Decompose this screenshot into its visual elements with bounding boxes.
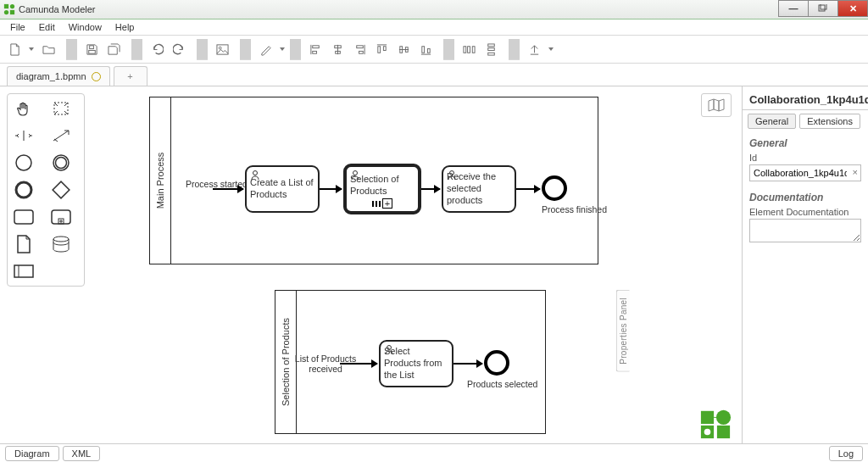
- separator: [131, 39, 142, 60]
- sequence-flow[interactable]: [213, 188, 243, 190]
- separator: [443, 39, 454, 60]
- align-top-button[interactable]: [372, 40, 391, 58]
- new-file-button[interactable]: [5, 40, 24, 58]
- start-event-icon[interactable]: [13, 153, 35, 172]
- sequence-flow[interactable]: [453, 363, 482, 365]
- save-all-button[interactable]: [104, 40, 123, 58]
- align-right-button[interactable]: [350, 40, 369, 58]
- color-dropdown[interactable]: [280, 47, 285, 51]
- pool-main-process[interactable]: Main Process Process started Create a Li…: [149, 97, 598, 264]
- task-selection-of-products[interactable]: Selection of Products +: [343, 164, 421, 214]
- separator: [290, 39, 301, 60]
- subprocess-icon[interactable]: [50, 208, 72, 226]
- svg-rect-22: [463, 46, 465, 53]
- log-button[interactable]: Log: [829, 446, 863, 461]
- end-event-label: Process finished: [542, 204, 607, 214]
- window-title: Camunda Modeler: [19, 4, 96, 14]
- sequence-flow[interactable]: [320, 188, 342, 190]
- toolbar: [0, 36, 868, 64]
- new-tab-button[interactable]: +: [114, 66, 147, 86]
- deploy-button[interactable]: [525, 40, 543, 58]
- svg-point-44: [716, 410, 731, 425]
- id-input[interactable]: [749, 164, 861, 181]
- minimap-toggle-button[interactable]: [701, 93, 732, 117]
- sequence-flow[interactable]: [421, 188, 440, 190]
- svg-rect-0: [4, 4, 8, 8]
- user-task-icon: [350, 170, 360, 181]
- svg-rect-4: [819, 5, 825, 11]
- end-event[interactable]: Process finished: [542, 175, 607, 214]
- menu-file[interactable]: File: [3, 20, 32, 34]
- svg-rect-33: [53, 181, 70, 198]
- canvas[interactable]: Main Process Process started Create a Li…: [0, 86, 742, 447]
- palette: [7, 93, 85, 287]
- task-create-list[interactable]: Create a List of Products: [245, 165, 320, 213]
- data-object-icon[interactable]: [13, 235, 35, 253]
- svg-point-31: [56, 158, 67, 169]
- titlebar: Camunda Modeler — ✕: [0, 0, 868, 19]
- align-center-v-button[interactable]: [394, 40, 413, 58]
- separator: [197, 39, 208, 60]
- bottom-tab-xml[interactable]: XML: [63, 446, 101, 461]
- end-event-label: Products selected: [467, 379, 537, 389]
- data-store-icon[interactable]: [50, 235, 72, 253]
- gateway-icon[interactable]: [50, 181, 72, 199]
- menu-edit[interactable]: Edit: [32, 20, 62, 34]
- properties-tab-extensions[interactable]: Extensions: [799, 114, 860, 129]
- bottom-tab-diagram[interactable]: Diagram: [5, 446, 59, 461]
- menu-window[interactable]: Window: [62, 20, 108, 34]
- svg-rect-15: [359, 51, 363, 53]
- lasso-tool-icon[interactable]: [50, 99, 72, 118]
- svg-rect-43: [701, 411, 714, 424]
- intermediate-event-icon[interactable]: [50, 153, 72, 172]
- end-event-icon[interactable]: [13, 181, 35, 199]
- svg-rect-23: [467, 46, 470, 53]
- distribute-h-button[interactable]: [459, 40, 478, 58]
- svg-point-32: [16, 182, 31, 198]
- window-minimize-button[interactable]: —: [778, 0, 809, 17]
- file-tab-diagram1[interactable]: diagram_1.bpmn: [7, 66, 110, 86]
- export-image-button[interactable]: [213, 40, 231, 58]
- properties-panel-toggle[interactable]: Properties Panel: [616, 290, 630, 372]
- documentation-label: Element Documentation: [749, 207, 861, 217]
- svg-rect-16: [377, 46, 380, 53]
- svg-rect-27: [487, 53, 494, 55]
- sequence-flow[interactable]: [516, 188, 540, 190]
- redo-button[interactable]: [170, 40, 188, 58]
- task-receive-selected[interactable]: Receive the selected products: [442, 165, 516, 213]
- svg-point-37: [53, 237, 69, 242]
- distribute-v-button[interactable]: [481, 40, 500, 58]
- svg-rect-26: [487, 47, 494, 50]
- hand-tool-icon[interactable]: [13, 99, 35, 118]
- align-left-button[interactable]: [306, 40, 325, 58]
- user-task-icon: [250, 170, 260, 181]
- sequence-flow[interactable]: [340, 363, 377, 365]
- clear-id-button[interactable]: ×: [853, 167, 858, 177]
- space-tool-icon[interactable]: [13, 126, 35, 145]
- end-event[interactable]: Products selected: [484, 350, 537, 389]
- svg-rect-20: [421, 46, 424, 53]
- align-center-h-button[interactable]: [328, 40, 347, 58]
- multi-instance-marker-icon: +: [347, 198, 418, 209]
- undo-button[interactable]: [147, 40, 166, 58]
- align-bottom-button[interactable]: [416, 40, 435, 58]
- global-connect-tool-icon[interactable]: [50, 126, 72, 145]
- svg-point-29: [16, 155, 31, 170]
- window-maximize-button[interactable]: [808, 0, 838, 17]
- properties-tab-general[interactable]: General: [748, 114, 796, 129]
- task-select-products[interactable]: Select Products from the List: [379, 340, 453, 387]
- documentation-textarea[interactable]: [749, 219, 861, 242]
- svg-point-3: [4, 10, 8, 14]
- save-button[interactable]: [82, 40, 101, 58]
- open-file-button[interactable]: [39, 40, 58, 58]
- window-close-button[interactable]: ✕: [837, 0, 868, 17]
- color-button[interactable]: [256, 40, 275, 58]
- separator: [66, 39, 77, 60]
- start-event[interactable]: List of Products received: [313, 350, 359, 374]
- deploy-dropdown[interactable]: [548, 47, 554, 51]
- task-icon[interactable]: [13, 208, 35, 226]
- participant-icon[interactable]: [13, 262, 35, 281]
- menu-help[interactable]: Help: [108, 20, 142, 34]
- new-file-dropdown[interactable]: [29, 47, 34, 51]
- pool-selection-of-products[interactable]: Selection of Products List of Products r…: [275, 290, 546, 434]
